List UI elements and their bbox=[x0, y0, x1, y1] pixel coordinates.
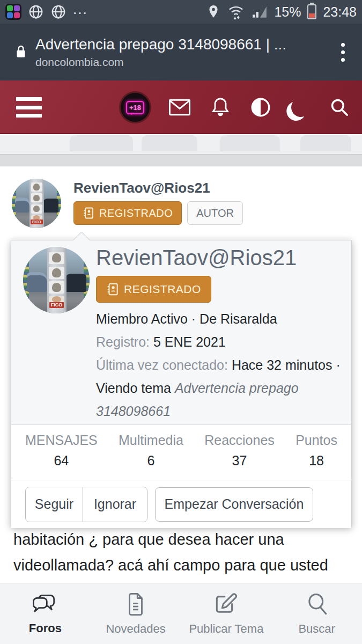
author-badge: AUTOR bbox=[187, 201, 243, 225]
battery-percent: 15% bbox=[274, 4, 301, 20]
start-conversation-button[interactable]: Empezar Conversación bbox=[155, 487, 313, 522]
page-domain: doncolombia.com bbox=[35, 56, 286, 69]
chat-bubbles-icon bbox=[32, 592, 58, 616]
browser-menu-button[interactable] bbox=[333, 39, 352, 65]
globe-icon bbox=[28, 4, 44, 20]
bell-icon[interactable] bbox=[210, 97, 231, 118]
location-icon bbox=[206, 4, 220, 20]
viewing-prefix: Viendo tema bbox=[96, 380, 175, 396]
address-bar[interactable]: Advertencia prepago 3148098661 | ... don… bbox=[0, 24, 330, 80]
avatar[interactable]: FICO bbox=[12, 179, 61, 228]
page-tabs-ghost bbox=[0, 135, 362, 154]
contrast-icon[interactable] bbox=[249, 96, 272, 119]
mail-icon[interactable] bbox=[168, 98, 191, 116]
clock: 23:48 bbox=[323, 4, 357, 20]
page-divider-band bbox=[0, 154, 362, 166]
nav-item-publicar-tema[interactable]: Publicar Tema bbox=[181, 583, 272, 644]
id-card-icon bbox=[83, 207, 94, 219]
card-actions: Seguir Ignorar Empezar Conversación bbox=[11, 480, 351, 528]
globe-icon bbox=[50, 4, 67, 20]
moon-icon[interactable] bbox=[289, 96, 312, 119]
post-body-text: habitación ¿ para que desea hacer una vi… bbox=[13, 526, 351, 578]
post-body-line: habitación ¿ para que desea hacer una bbox=[13, 526, 351, 552]
phone-screen: ... 1 bbox=[0, 0, 362, 644]
nav-item-buscar[interactable]: Buscar bbox=[271, 583, 362, 644]
lock-icon[interactable] bbox=[0, 43, 35, 61]
search-icon[interactable] bbox=[329, 97, 350, 118]
post-username[interactable]: RevienTaov@Rios21 bbox=[73, 180, 210, 196]
status-overflow-indicator: ... bbox=[73, 4, 88, 20]
app-cluster-icon bbox=[5, 4, 21, 20]
forum-navbar: +18 bbox=[0, 80, 362, 134]
browser-bar: Advertencia prepago 3148098661 | ... don… bbox=[0, 24, 362, 80]
nav-item-foros[interactable]: Foros bbox=[0, 583, 91, 644]
register-label: Registro: bbox=[96, 334, 150, 349]
member-details: Registro: 5 ENE 2021 Última vez conectad… bbox=[96, 331, 349, 423]
edit-icon bbox=[214, 592, 239, 617]
card-username[interactable]: RevienTaov@Rios21 bbox=[96, 246, 297, 270]
battery-icon bbox=[307, 4, 316, 19]
plus18-logo-icon: +18 bbox=[126, 101, 144, 114]
document-icon bbox=[125, 592, 146, 617]
status-bar: ... 1 bbox=[0, 0, 362, 24]
registered-badge: REGISTRADO bbox=[96, 276, 211, 303]
bottom-nav: Foros Novedades Publicar Tema bbox=[0, 583, 362, 644]
member-status-line: Miembro Activo · De Risaralda bbox=[96, 311, 277, 327]
ignore-button[interactable]: Ignorar bbox=[83, 487, 147, 522]
hamburger-menu-button[interactable] bbox=[16, 97, 42, 118]
nav-item-novedades[interactable]: Novedades bbox=[91, 583, 181, 644]
member-stats: MENSAJES 64 Multimedia 6 Reacciones 37 P… bbox=[11, 425, 351, 480]
magnifier-icon bbox=[305, 592, 329, 617]
site-logo[interactable]: +18 bbox=[121, 93, 150, 122]
avatar-caption: FICO bbox=[49, 302, 64, 308]
registered-badge: REGISTRADO bbox=[73, 201, 182, 225]
last-seen-value: Hace 32 minutos · bbox=[232, 357, 341, 372]
stat-points: Puntos 18 bbox=[295, 433, 337, 480]
wifi-icon bbox=[227, 3, 245, 20]
signal-icon bbox=[252, 4, 268, 20]
member-profile-card: FICO RevienTaov@Rios21 REGISTRADO Miembr… bbox=[11, 240, 352, 528]
register-value: 5 ENE 2021 bbox=[153, 334, 226, 349]
post-body-line: videollamada? acá ahí campo para que ust… bbox=[13, 552, 351, 578]
page-title: Advertencia prepago 3148098661 | ... bbox=[35, 35, 286, 54]
stat-reactions: Reacciones 37 bbox=[204, 433, 275, 480]
stat-media: Multimedia 6 bbox=[119, 433, 183, 480]
follow-button[interactable]: Seguir bbox=[26, 487, 83, 522]
last-seen-label: Última vez conectado: bbox=[96, 357, 228, 372]
avatar[interactable]: FICO bbox=[23, 247, 90, 313]
stat-messages: MENSAJES 64 bbox=[25, 433, 98, 480]
avatar-caption: FICO bbox=[31, 219, 43, 224]
id-card-icon bbox=[106, 282, 119, 296]
